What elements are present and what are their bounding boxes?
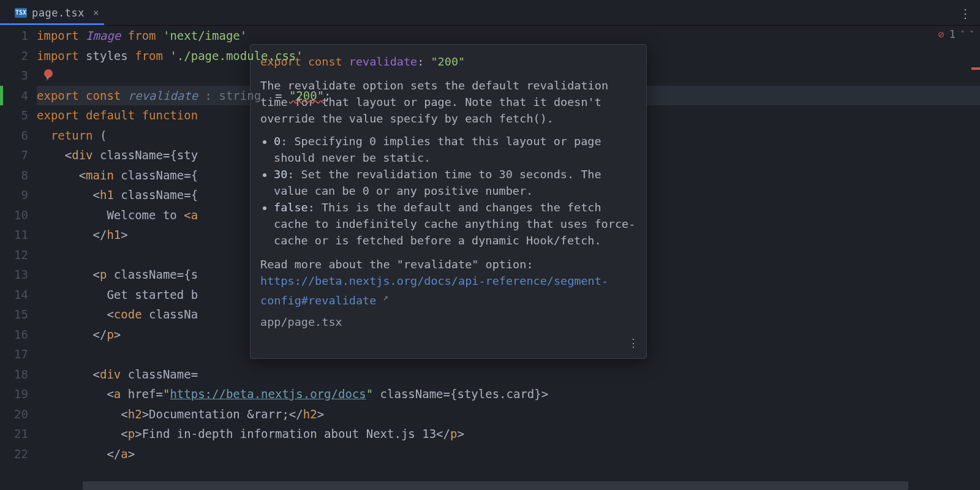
tab-bar: TSX page.tsx × ⋮ xyxy=(0,0,980,26)
editor-tab-page-tsx[interactable]: TSX page.tsx × xyxy=(9,0,109,26)
horizontal-scrollbar[interactable] xyxy=(83,481,980,490)
code-area[interactable]: ⚡ import Image from 'next/image' import … xyxy=(37,26,980,490)
gutter-change-marker xyxy=(0,86,3,106)
scrollbar-thumb[interactable] xyxy=(83,481,908,490)
code-editor[interactable]: 12345678910111213141516171819202122 ⚡ im… xyxy=(0,26,980,490)
tab-loading-indicator xyxy=(0,23,104,25)
tab-filename: page.tsx xyxy=(32,7,85,19)
tsx-file-icon: TSX xyxy=(15,8,27,18)
tab-close-button[interactable]: × xyxy=(89,7,103,18)
line-number-gutter: 12345678910111213141516171819202122 xyxy=(0,26,37,490)
editor-more-menu-icon[interactable]: ⋮ xyxy=(959,6,971,21)
